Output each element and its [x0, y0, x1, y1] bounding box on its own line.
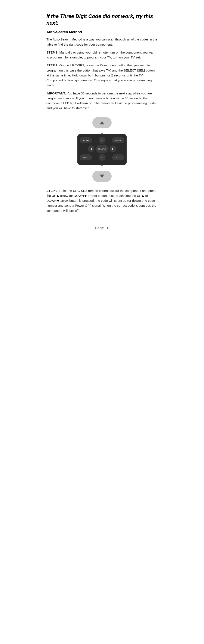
- step1-label: STEP 1:: [46, 50, 58, 54]
- connector-line-bottom: [102, 166, 102, 171]
- intro-text: The Auto-Search Method is a way you can …: [46, 37, 158, 47]
- step2-label: STEP 2:: [46, 64, 58, 67]
- exit-button[interactable]: EXIT: [112, 154, 124, 160]
- nav-down-icon: ▼: [101, 156, 103, 159]
- menu-button[interactable]: MENU: [80, 137, 92, 143]
- connector-dot-bottom: [101, 165, 103, 166]
- down-pill-button: [92, 171, 112, 182]
- remote-row-1: MENU ▲ GUIDE: [80, 137, 124, 144]
- step3-text2: arrow (or DOWN: [59, 194, 84, 198]
- up-arrow-icon: [100, 121, 104, 124]
- nav-right-icon: ▶: [112, 147, 114, 150]
- step3-block: STEP 3: Point the URC-SR3 remote control…: [46, 188, 158, 213]
- nav-left-button[interactable]: ◀: [88, 146, 95, 152]
- guide-button[interactable]: GUIDE: [112, 137, 124, 143]
- nav-right-button[interactable]: ▶: [109, 146, 116, 152]
- diagram-inner: MENU ▲ GUIDE ◀ SELECT ▶: [77, 117, 127, 182]
- step3-text5: arrow button is pressed, the code will c…: [46, 199, 156, 212]
- nav-down-button[interactable]: ▼: [99, 154, 105, 161]
- remote-body: MENU ▲ GUIDE ◀ SELECT ▶: [77, 134, 127, 165]
- page-number: Page 10: [46, 226, 158, 230]
- page-container: If the Three Digit Code did not work, tr…: [38, 0, 166, 644]
- remote-row-3: INFO ▼ EXIT: [80, 154, 124, 161]
- sub-heading: Auto-Search Method: [46, 30, 158, 34]
- remote-row-2: ◀ SELECT ▶: [80, 145, 124, 153]
- nav-up-button[interactable]: ▲: [99, 137, 105, 144]
- step3-text3: arrow) button once. Each time the UP: [87, 194, 141, 198]
- step1-text: Manually or using your old remote, turn …: [46, 50, 155, 59]
- step1-block: STEP 1: Manually or using your old remot…: [46, 50, 158, 60]
- step2-text: On the URC-SR3, press the Component butt…: [46, 64, 155, 87]
- inline-up-arrow-2: [142, 195, 144, 197]
- remote-diagram: MENU ▲ GUIDE ◀ SELECT ▶: [46, 117, 158, 182]
- step2-block: STEP 2: On the URC-SR3, press the Compon…: [46, 63, 158, 88]
- inline-up-arrow-1: [56, 195, 59, 197]
- important-label: IMPORTANT:: [46, 92, 66, 95]
- step3-label: STEP 3:: [46, 189, 58, 192]
- inline-down-arrow-2: [57, 200, 59, 202]
- nav-up-icon: ▲: [101, 139, 103, 142]
- connector-line-top: [102, 128, 102, 132]
- down-arrow-icon: [100, 174, 104, 178]
- nav-left-icon: ◀: [90, 147, 92, 150]
- select-button[interactable]: SELECT: [96, 145, 108, 153]
- main-heading: If the Three Digit Code did not work, tr…: [46, 13, 158, 26]
- connector-dot-top: [101, 132, 103, 134]
- up-pill-button: [92, 117, 112, 128]
- important-block: IMPORTANT: You have 30 seconds to perfor…: [46, 91, 158, 111]
- inline-down-arrow-1: [84, 195, 87, 197]
- info-button[interactable]: INFO: [80, 154, 92, 160]
